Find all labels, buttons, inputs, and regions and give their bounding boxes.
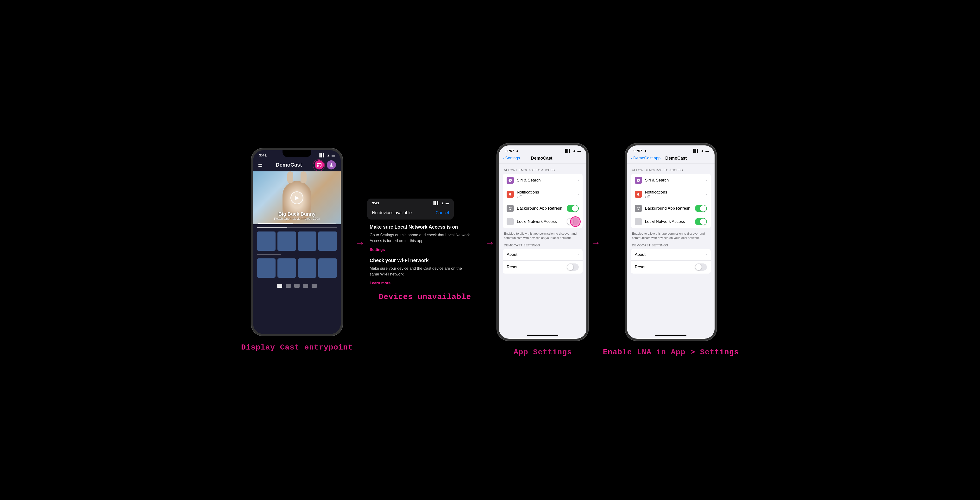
instruction-2: Check your Wi-Fi network Make sure your … <box>369 258 471 285</box>
reset-toggle-knob-3 <box>567 264 573 270</box>
bg-label-4: Background App Refresh <box>645 206 695 211</box>
bg-svg <box>508 206 512 210</box>
no-devices-label: No devices available <box>372 210 412 215</box>
ios-list-allow-3: Siri & Search › Notifications Off › <box>503 174 582 228</box>
caption-1: Display Cast entrypoint <box>241 343 353 352</box>
lna-icon-4 <box>635 218 642 225</box>
home-indicator-4 <box>655 335 686 336</box>
about-chevron-4: › <box>706 252 707 257</box>
ios-wifi-3: ▲ <box>573 149 576 152</box>
siri-label-3: Siri & Search <box>517 178 578 183</box>
ios-row-lna-3[interactable]: Local Network Access <box>503 215 582 228</box>
thumb-4 <box>318 232 337 251</box>
ios-row-background-3[interactable]: Background App Refresh <box>503 202 582 215</box>
header-icons-1 <box>315 160 336 170</box>
signal-icon: ▐▌▌ <box>318 153 326 157</box>
main-layout: 9:41 ▐▌▌ ▲ ▬ ☰ DemoCast <box>14 10 966 490</box>
ios-back-label-3: Settings <box>505 156 520 160</box>
lna-toggle-4[interactable] <box>695 218 707 225</box>
lna-icon-3 <box>507 218 514 225</box>
ios-nav-bar-4: ‹ DemoCast app DemoCast <box>627 154 714 163</box>
reset-toggle-3[interactable] <box>567 263 579 271</box>
ios-row-about-3[interactable]: About › <box>503 249 582 260</box>
siri-svg <box>508 178 512 182</box>
page-dots <box>257 281 337 290</box>
ios-battery-3: ▬ <box>577 149 581 152</box>
ios-row-about-4[interactable]: About › <box>631 249 711 260</box>
learn-more-link[interactable]: Learn more <box>369 281 471 285</box>
instruction-2-text: Make sure your device and the Cast devic… <box>369 266 471 277</box>
arrow-2-container: → <box>482 238 497 248</box>
ios-list-settings-3: About › Reset <box>503 249 582 273</box>
play-button[interactable]: ▶ <box>290 191 304 204</box>
background-toggle-4[interactable] <box>695 205 707 212</box>
notif-sub-3: Off <box>517 195 578 199</box>
about-chevron-3: › <box>578 252 579 257</box>
notifications-icon-3 <box>507 190 514 198</box>
ios-status-left-4: 11:57 ▲ <box>633 149 647 153</box>
ios-back-chevron-3: ‹ <box>503 156 504 160</box>
ios-status-icons-4: ▐▌▌ ▲ ▬ <box>692 149 709 152</box>
dot-2 <box>286 284 291 288</box>
siri-label-4: Siri & Search <box>645 178 706 183</box>
ios-row-siri-3[interactable]: Siri & Search › <box>503 174 582 187</box>
ios-content-3: ALLOW DEMOCAST TO ACCESS Siri & Search › <box>499 163 586 333</box>
notif-label-4: Notifications <box>645 190 706 195</box>
notif-chevron-4: › <box>706 192 707 197</box>
instruction-box: Make sure Local Network Access is on Go … <box>367 224 473 285</box>
home-indicator-3 <box>527 335 558 336</box>
ios-row-notifications-3[interactable]: Notifications Off › <box>503 187 582 202</box>
location-icon-3: ▲ <box>516 149 519 152</box>
ios-row-reset-3[interactable]: Reset <box>503 260 582 273</box>
background-toggle-3[interactable] <box>567 205 579 212</box>
siri-chevron-3: › <box>578 178 579 183</box>
thumbnail-row-2 <box>257 259 337 278</box>
siri-svg-4 <box>636 178 640 182</box>
reset-toggle-knob-4 <box>695 264 702 270</box>
hero-progress-fill <box>258 223 293 224</box>
section-3: 11:57 ▲ ▐▌▌ ▲ ▬ ‹ Settings DemoCast ALLO… <box>497 143 588 357</box>
instruction-1-text: Go to Settings on this phone and check t… <box>369 232 471 244</box>
notif-chevron-3: › <box>578 192 579 197</box>
hamburger-icon[interactable]: ☰ <box>258 162 263 168</box>
about-label-4: About <box>635 252 706 257</box>
ios-back-btn-3[interactable]: ‹ Settings <box>503 156 520 160</box>
ios-wifi-4: ▲ <box>701 149 704 152</box>
devices-header: No devices available Cancel <box>367 206 454 219</box>
cast-button[interactable] <box>315 160 324 170</box>
lna-helper-text-3: Enabled to allow this app permission to … <box>499 230 586 243</box>
ios-row-siri-4[interactable]: Siri & Search › <box>631 174 711 187</box>
cancel-button[interactable]: Cancel <box>436 210 449 215</box>
thumb-2 <box>277 232 296 251</box>
thumb-3 <box>298 232 317 251</box>
location-icon-4: ▲ <box>644 149 647 152</box>
reset-label-4: Reset <box>635 265 695 270</box>
hero-subtitle: Peach Open Movie Project, 2008 <box>253 217 341 221</box>
ios-row-background-4[interactable]: Background App Refresh <box>631 202 711 215</box>
devices-time: 9:41 <box>372 201 379 205</box>
progress-segment <box>257 227 287 228</box>
ios-back-btn-4[interactable]: ‹ DemoCast app <box>631 156 660 160</box>
ios-status-bar-4: 11:57 ▲ ▐▌▌ ▲ ▬ <box>627 145 714 154</box>
notifications-label-group-3: Notifications Off <box>517 190 578 199</box>
notifications-icon-4 <box>635 190 642 198</box>
section-label-1 <box>257 254 281 255</box>
notif-svg <box>508 192 512 196</box>
reset-toggle-4[interactable] <box>695 263 707 271</box>
dot-5 <box>312 284 317 288</box>
ios-section-settings-label-3: DEMOCAST SETTINGS <box>499 243 586 249</box>
phone-hero: ▶ Big Buck Bunny Peach Open Movie Projec… <box>253 171 341 224</box>
d-wifi-icon: ▲ <box>441 201 444 205</box>
profile-button[interactable] <box>327 160 336 170</box>
ios-status-left-3: 11:57 ▲ <box>505 149 519 153</box>
settings-link[interactable]: Settings <box>369 248 471 252</box>
ios-row-notifications-4[interactable]: Notifications Off › <box>631 187 711 202</box>
arrow-1-icon: → <box>355 238 365 248</box>
section-1: 9:41 ▐▌▌ ▲ ▬ ☰ DemoCast <box>241 148 353 352</box>
lna-toggle-3[interactable] <box>567 218 579 225</box>
ios-status-icons-3: ▐▌▌ ▲ ▬ <box>564 149 581 152</box>
ios-row-reset-4[interactable]: Reset <box>631 260 711 273</box>
ios-row-lna-4[interactable]: Local Network Access <box>631 215 711 228</box>
ios-phone-4: 11:57 ▲ ▐▌▌ ▲ ▬ ‹ DemoCast app DemoCast … <box>625 143 716 341</box>
thumbnail-row-1 <box>257 232 337 251</box>
